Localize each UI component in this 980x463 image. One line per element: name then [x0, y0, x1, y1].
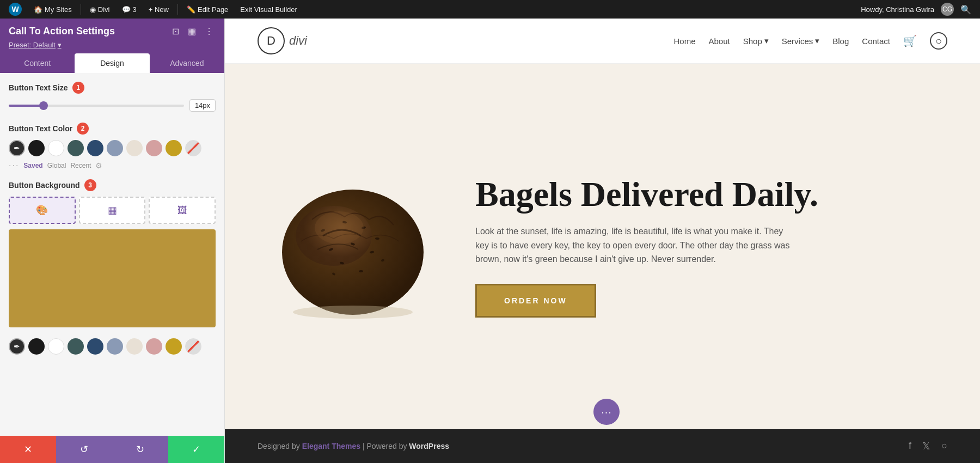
divi-icon: ◉ [90, 5, 96, 14]
new-post-item[interactable]: + New [144, 0, 173, 19]
services-chevron-icon: ▾ [815, 36, 819, 46]
edit-page-label: Edit Page [198, 5, 228, 14]
bottom-swatch-white[interactable] [48, 338, 64, 355]
nav-shop[interactable]: Shop ▾ [743, 36, 769, 46]
bottom-swatches: ✒ [9, 334, 216, 359]
edit-page-item[interactable]: ✏️ Edit Page [182, 0, 232, 19]
bg-image-option[interactable]: 🖼 [149, 197, 216, 224]
bottom-swatch-pink[interactable] [146, 338, 162, 355]
nav-contact[interactable]: Contact [862, 36, 890, 46]
nav-services[interactable]: Services ▾ [782, 36, 820, 46]
color-fill-icon: 🎨 [36, 204, 48, 216]
recent-label[interactable]: Recent [70, 162, 91, 169]
button-text-size-section: Button Text Size 1 14px [9, 82, 216, 112]
admin-search-icon[interactable]: 🔍 [956, 4, 976, 15]
logo-letter: D [267, 34, 275, 48]
nav-blog[interactable]: Blog [832, 36, 849, 46]
global-label[interactable]: Global [47, 162, 66, 169]
nav-about[interactable]: About [708, 36, 730, 46]
home-icon: 🏠 [34, 5, 42, 14]
color-swatch-navy[interactable] [87, 140, 103, 156]
hero-image [258, 154, 443, 339]
site-label: Divi [98, 5, 110, 14]
wp-logo-item[interactable]: W [4, 0, 26, 19]
color-swatch-white[interactable] [48, 140, 64, 156]
bottom-eyedropper-swatch[interactable]: ✒ [9, 338, 25, 355]
exit-visual-builder-item[interactable]: Exit Visual Builder [236, 0, 302, 19]
tab-advanced[interactable]: Advanced [150, 53, 224, 73]
bottom-swatch-black[interactable] [28, 338, 45, 355]
color-swatches-row: ✒ [9, 140, 216, 156]
color-swatch-light-tan[interactable] [126, 140, 143, 156]
button-background-label: Button Background 3 [9, 179, 216, 191]
my-sites-item[interactable]: 🏠 My Sites [29, 0, 76, 19]
bg-options-row: 🎨 ▦ 🖼 [9, 197, 216, 224]
expand-icon[interactable]: ▦ [186, 25, 198, 38]
eyedropper-icon: ✒ [14, 144, 20, 153]
cart-icon[interactable]: 🛒 [903, 34, 917, 47]
minimize-icon[interactable]: ⊡ [170, 25, 181, 38]
nav-home[interactable]: Home [673, 36, 695, 46]
text-size-value[interactable]: 14px [189, 99, 216, 112]
wordpress-link[interactable]: WordPress [409, 442, 449, 450]
footer-credits: Designed by Elegant Themes | Powered by … [258, 442, 449, 450]
facebook-icon[interactable]: f [909, 440, 911, 452]
search-icon[interactable]: ○ [930, 32, 947, 50]
color-swatch-blue-gray[interactable] [107, 140, 123, 156]
bg-gradient-option[interactable]: ▦ [79, 197, 146, 224]
save-button[interactable]: ✓ [168, 436, 224, 463]
comments-item[interactable]: 💬 3 [118, 0, 141, 19]
bottom-eyedropper-icon: ✒ [14, 342, 20, 351]
color-swatch-none[interactable] [185, 140, 201, 156]
gradient-icon: ▦ [108, 204, 117, 216]
color-swatch-gold[interactable] [166, 140, 182, 156]
floating-action-button[interactable]: ··· [593, 399, 620, 425]
undo-button[interactable]: ↺ [56, 436, 112, 463]
floating-dots-icon: ··· [601, 406, 612, 418]
bottom-swatch-blue-gray[interactable] [107, 338, 123, 355]
separator2 [177, 4, 178, 15]
eyedropper-swatch[interactable]: ✒ [9, 140, 25, 156]
hero-title: Bagels Delivered Daily. [475, 175, 947, 214]
separator [81, 4, 81, 15]
bottom-swatch-navy[interactable] [87, 338, 103, 355]
tab-design[interactable]: Design [75, 53, 149, 73]
hero-description: Look at the sunset, life is amazing, lif… [475, 224, 791, 266]
nav-services-label: Services [782, 36, 813, 46]
bg-color-option[interactable]: 🎨 [9, 197, 76, 224]
twitter-icon[interactable]: 𝕏 [922, 440, 930, 452]
preset-selector[interactable]: Preset: Default ▾ [9, 41, 216, 49]
hero-content: Bagels Delivered Daily. Look at the suns… [475, 175, 947, 318]
color-swatch-pink[interactable] [146, 140, 162, 156]
saved-label[interactable]: Saved [23, 162, 42, 169]
tab-content[interactable]: Content [0, 53, 75, 73]
elegant-themes-link[interactable]: Elegant Themes [302, 442, 360, 450]
cancel-button[interactable]: ✕ [0, 436, 56, 463]
pencil-icon: ✏️ [187, 5, 195, 14]
bottom-swatch-gold[interactable] [166, 338, 182, 355]
bottom-swatch-teal[interactable] [68, 338, 84, 355]
site-label-item[interactable]: ◉ Divi [85, 0, 114, 19]
nav-home-label: Home [673, 36, 695, 46]
redo-button[interactable]: ↻ [112, 436, 168, 463]
comment-icon: 💬 [122, 5, 131, 14]
color-swatch-teal[interactable] [68, 140, 84, 156]
panel-body: Button Text Size 1 14px Button Text Colo [0, 73, 224, 436]
user-avatar[interactable]: CG [941, 3, 954, 16]
svg-point-13 [315, 211, 364, 244]
cancel-icon: ✕ [24, 443, 32, 455]
my-sites-label: My Sites [45, 5, 72, 14]
order-now-button[interactable]: ORDER NOW [475, 284, 596, 318]
wp-icon: W [9, 3, 22, 16]
dots-icon[interactable]: ··· [9, 161, 19, 170]
logo-text: divi [289, 34, 307, 48]
color-swatch-black[interactable] [28, 140, 45, 156]
instagram-icon[interactable]: ○ [941, 440, 947, 452]
bottom-swatch-light-tan[interactable] [126, 338, 143, 355]
more-options-icon[interactable]: ⋮ [203, 25, 216, 38]
settings-icon[interactable]: ⚙ [95, 161, 102, 170]
bottom-swatch-none[interactable] [185, 338, 201, 355]
button-background-text: Button Background [9, 181, 80, 190]
slider-thumb[interactable] [39, 101, 48, 110]
text-size-slider-track[interactable] [9, 105, 184, 107]
